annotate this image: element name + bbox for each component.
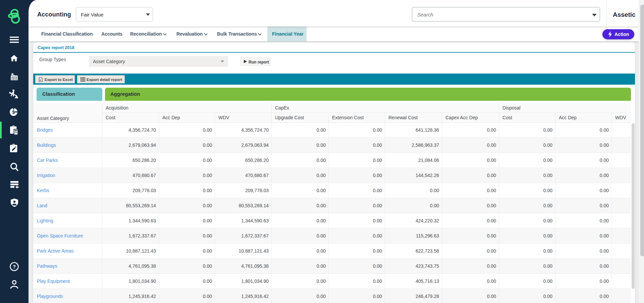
- svg-text:x: x: [40, 79, 41, 82]
- svg-text:$: $: [12, 110, 15, 115]
- svg-text:?: ?: [13, 264, 16, 269]
